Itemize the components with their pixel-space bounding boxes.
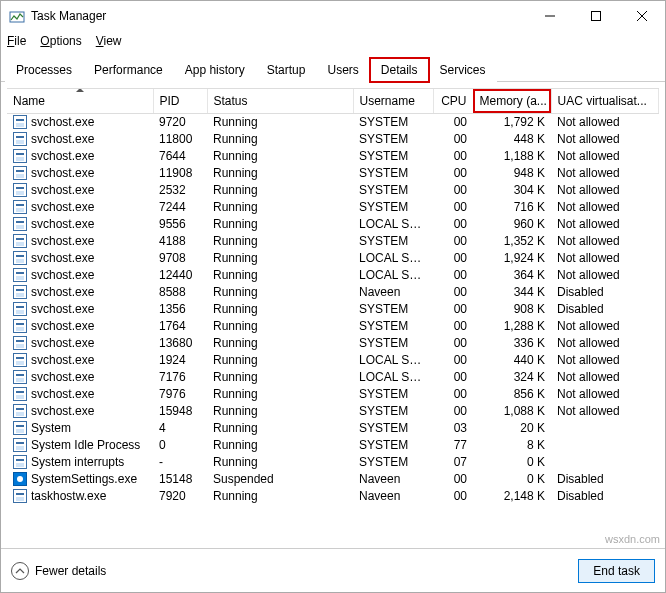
cell-pid: 8588 xyxy=(153,284,207,301)
watermark: wsxdn.com xyxy=(605,533,660,545)
tab-services[interactable]: Services xyxy=(429,58,497,82)
table-row[interactable]: SystemSettings.exe15148SuspendedNaveen00… xyxy=(7,471,659,488)
table-row[interactable]: svchost.exe1356RunningSYSTEM00908 KDisab… xyxy=(7,301,659,318)
table-row[interactable]: svchost.exe9720RunningSYSTEM001,792 KNot… xyxy=(7,113,659,131)
cell-cpu: 77 xyxy=(433,437,473,454)
cell-cpu: 00 xyxy=(433,284,473,301)
cell-username: SYSTEM xyxy=(353,131,433,148)
cell-name: svchost.exe xyxy=(7,369,153,386)
process-icon xyxy=(13,421,27,435)
cell-uac: Not allowed xyxy=(551,267,659,284)
table-row[interactable]: svchost.exe4188RunningSYSTEM001,352 KNot… xyxy=(7,233,659,250)
col-uac[interactable]: UAC virtualisat... xyxy=(551,89,659,113)
process-name: svchost.exe xyxy=(31,200,94,214)
cell-pid: 1764 xyxy=(153,318,207,335)
tab-startup[interactable]: Startup xyxy=(256,58,317,82)
table-row[interactable]: svchost.exe8588RunningNaveen00344 KDisab… xyxy=(7,284,659,301)
cell-cpu: 00 xyxy=(433,148,473,165)
window-controls xyxy=(527,1,665,31)
titlebar[interactable]: Task Manager xyxy=(1,1,665,31)
col-username[interactable]: Username xyxy=(353,89,433,113)
table-row[interactable]: svchost.exe1924RunningLOCAL SE...00440 K… xyxy=(7,352,659,369)
process-icon xyxy=(13,217,27,231)
table-row[interactable]: svchost.exe7176RunningLOCAL SE...00324 K… xyxy=(7,369,659,386)
cell-pid: 15148 xyxy=(153,471,207,488)
table-row[interactable]: svchost.exe7644RunningSYSTEM001,188 KNot… xyxy=(7,148,659,165)
cell-cpu: 00 xyxy=(433,233,473,250)
process-name: svchost.exe xyxy=(31,353,94,367)
table-row[interactable]: svchost.exe11908RunningSYSTEM00948 KNot … xyxy=(7,165,659,182)
fewer-details-button[interactable]: Fewer details xyxy=(11,562,106,580)
cell-memory: 908 K xyxy=(473,301,551,318)
table-row[interactable]: svchost.exe12440RunningLOCAL SE...00364 … xyxy=(7,267,659,284)
cell-cpu: 00 xyxy=(433,267,473,284)
table-row[interactable]: svchost.exe15948RunningSYSTEM001,088 KNo… xyxy=(7,403,659,420)
menu-file[interactable]: File xyxy=(7,34,26,48)
col-cpu[interactable]: CPU xyxy=(433,89,473,113)
tab-app-history[interactable]: App history xyxy=(174,58,256,82)
table-row[interactable]: svchost.exe2532RunningSYSTEM00304 KNot a… xyxy=(7,182,659,199)
task-manager-icon xyxy=(9,8,25,24)
cell-uac: Not allowed xyxy=(551,182,659,199)
table-row[interactable]: svchost.exe7976RunningSYSTEM00856 KNot a… xyxy=(7,386,659,403)
table-row[interactable]: taskhostw.exe7920RunningNaveen002,148 KD… xyxy=(7,488,659,505)
tab-users[interactable]: Users xyxy=(316,58,369,82)
table-row[interactable]: svchost.exe11800RunningSYSTEM00448 KNot … xyxy=(7,131,659,148)
cell-uac: Disabled xyxy=(551,284,659,301)
cell-memory: 0 K xyxy=(473,454,551,471)
table-row[interactable]: svchost.exe9556RunningLOCAL SE...00960 K… xyxy=(7,216,659,233)
process-icon xyxy=(13,353,27,367)
tab-details[interactable]: Details xyxy=(370,58,429,82)
end-task-button[interactable]: End task xyxy=(578,559,655,583)
menu-view[interactable]: View xyxy=(96,34,122,48)
menu-options[interactable]: Options xyxy=(40,34,81,48)
cell-username: SYSTEM xyxy=(353,335,433,352)
cell-memory: 448 K xyxy=(473,131,551,148)
cell-memory: 324 K xyxy=(473,369,551,386)
col-name[interactable]: Name xyxy=(7,89,153,113)
table-row[interactable]: System Idle Process0RunningSYSTEM778 K xyxy=(7,437,659,454)
cell-pid: 4 xyxy=(153,420,207,437)
cell-name: svchost.exe xyxy=(7,199,153,216)
table-row[interactable]: svchost.exe7244RunningSYSTEM00716 KNot a… xyxy=(7,199,659,216)
process-icon xyxy=(13,268,27,282)
tab-processes[interactable]: Processes xyxy=(5,58,83,82)
cell-name: SystemSettings.exe xyxy=(7,471,153,488)
cell-memory: 948 K xyxy=(473,165,551,182)
cell-memory: 364 K xyxy=(473,267,551,284)
cell-uac: Not allowed xyxy=(551,318,659,335)
window-title: Task Manager xyxy=(31,9,527,23)
cell-pid: 0 xyxy=(153,437,207,454)
process-icon xyxy=(13,115,27,129)
cell-cpu: 00 xyxy=(433,250,473,267)
cell-name: taskhostw.exe xyxy=(7,488,153,505)
cell-uac: Not allowed xyxy=(551,386,659,403)
table-row[interactable]: System interrupts-RunningSYSTEM070 K xyxy=(7,454,659,471)
col-status[interactable]: Status xyxy=(207,89,353,113)
cell-memory: 1,188 K xyxy=(473,148,551,165)
table-row[interactable]: svchost.exe1764RunningSYSTEM001,288 KNot… xyxy=(7,318,659,335)
close-button[interactable] xyxy=(619,1,665,31)
col-pid[interactable]: PID xyxy=(153,89,207,113)
minimize-button[interactable] xyxy=(527,1,573,31)
cell-pid: 2532 xyxy=(153,182,207,199)
cell-cpu: 03 xyxy=(433,420,473,437)
cell-username: LOCAL SE... xyxy=(353,250,433,267)
cell-cpu: 00 xyxy=(433,199,473,216)
cell-memory: 336 K xyxy=(473,335,551,352)
cell-name: svchost.exe xyxy=(7,114,153,131)
svg-rect-0 xyxy=(10,12,24,22)
tab-performance[interactable]: Performance xyxy=(83,58,174,82)
maximize-button[interactable] xyxy=(573,1,619,31)
table-row[interactable]: svchost.exe13680RunningSYSTEM00336 KNot … xyxy=(7,335,659,352)
col-memory[interactable]: Memory (a... xyxy=(473,89,551,113)
cell-username: SYSTEM xyxy=(353,454,433,471)
table-row[interactable]: svchost.exe9708RunningLOCAL SE...001,924… xyxy=(7,250,659,267)
column-headers: Name PID Status Username CPU Memory (a..… xyxy=(7,89,659,113)
process-name: System Idle Process xyxy=(31,438,140,452)
cell-status: Running xyxy=(207,165,353,182)
cell-uac: Not allowed xyxy=(551,148,659,165)
table-row[interactable]: System4RunningSYSTEM0320 K xyxy=(7,420,659,437)
cell-pid: 7644 xyxy=(153,148,207,165)
footer: Fewer details End task xyxy=(1,548,665,592)
